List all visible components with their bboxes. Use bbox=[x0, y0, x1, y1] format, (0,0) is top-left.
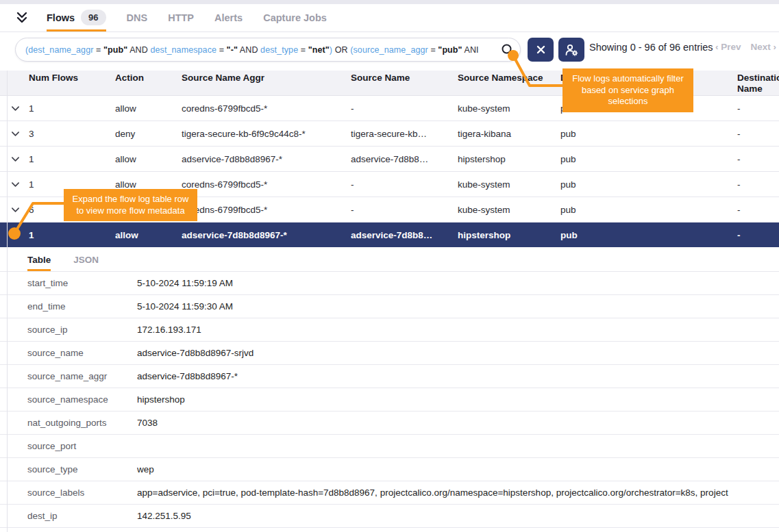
table-row[interactable]: 1allowadservice-7d8b8d8967-*adservice-7d… bbox=[0, 147, 779, 172]
close-icon bbox=[536, 45, 545, 54]
row-expander[interactable] bbox=[0, 129, 29, 138]
query-token: AND bbox=[127, 45, 150, 55]
tab-http-label: HTTP bbox=[168, 12, 194, 23]
cell-num: 1 bbox=[29, 154, 115, 164]
detail-tab-json-label: JSON bbox=[73, 255, 99, 265]
tab-capture-jobs[interactable]: Capture Jobs bbox=[263, 4, 327, 31]
tab-alerts[interactable]: Alerts bbox=[214, 4, 243, 31]
filter-row: (dest_name_aggr = "pub" AND dest_namespa… bbox=[0, 32, 779, 71]
query-token: dest_name_aggr bbox=[28, 45, 93, 55]
tab-dns[interactable]: DNS bbox=[127, 4, 148, 31]
cell-action: allow bbox=[115, 103, 182, 114]
row-expander[interactable] bbox=[0, 180, 29, 189]
column-header-action[interactable]: Action bbox=[115, 71, 182, 84]
prev-page-button[interactable]: ‹ Prev bbox=[715, 42, 741, 52]
column-header-label: Source Name bbox=[351, 73, 410, 83]
query-token: dest_type bbox=[260, 45, 298, 55]
cell-source-namespace: hipstershop bbox=[458, 230, 560, 240]
query-token: "net" bbox=[308, 45, 330, 55]
chevron-down-icon bbox=[11, 104, 20, 113]
tab-alerts-label: Alerts bbox=[214, 12, 243, 23]
column-header-label: Source Namespace bbox=[458, 73, 555, 84]
detail-value: 7038 bbox=[137, 418, 779, 428]
cell-dest-name-aggr: pub bbox=[560, 230, 737, 240]
cell-source-name-aggr: coredns-6799fbcd5-* bbox=[182, 179, 351, 190]
column-header-num-flows[interactable]: Num Flows bbox=[29, 71, 115, 84]
tab-capture-jobs-label: Capture Jobs bbox=[263, 12, 327, 23]
cell-source-name: tigera-secure-kb… bbox=[351, 129, 458, 139]
flow-logs-panel: Flows 96 DNS HTTP Alerts Capture Jobs (d… bbox=[0, 0, 779, 532]
chevron-down-icon bbox=[11, 129, 20, 138]
cell-num: 1 bbox=[29, 230, 115, 240]
detail-row: end_time5-10-2024 11:59:30 AM bbox=[0, 295, 779, 318]
cell-destination-name: - bbox=[737, 129, 779, 139]
detail-row: nat_outgoing_ports7038 bbox=[0, 411, 779, 435]
tab-dns-label: DNS bbox=[127, 12, 148, 23]
detail-value: adservice-7d8b8d8967-srjvd bbox=[137, 348, 779, 358]
pagination: ‹ Prev Next › bbox=[715, 42, 776, 52]
cell-dest-name-aggr: pub bbox=[560, 154, 737, 164]
cell-dest-name-aggr: pub bbox=[560, 179, 737, 190]
detail-value: hipstershop bbox=[137, 394, 779, 405]
chevron-down-icon bbox=[11, 205, 20, 214]
prev-arrow-icon: ‹ bbox=[715, 42, 719, 52]
row-expander[interactable] bbox=[0, 104, 29, 113]
cell-action: allow bbox=[115, 179, 182, 190]
cell-source-namespace: kube-system bbox=[458, 205, 560, 215]
filter-query-input[interactable]: (dest_name_aggr = "pub" AND dest_namespa… bbox=[15, 38, 521, 62]
user-gear-icon bbox=[564, 43, 579, 57]
cell-source-namespace: hipstershop bbox=[458, 154, 560, 164]
flow-rows: 1allowcoredns-6799fbcd5-*-kube-systempub… bbox=[0, 96, 779, 247]
next-page-button[interactable]: Next › bbox=[750, 42, 776, 52]
row-expander[interactable] bbox=[0, 205, 29, 214]
column-header-label: Num Flows bbox=[29, 73, 110, 84]
column-header-label: Source Name Aggr bbox=[182, 73, 264, 83]
detail-key: end_time bbox=[0, 301, 137, 312]
detail-row: source_typewep bbox=[0, 458, 779, 481]
tab-http[interactable]: HTTP bbox=[168, 4, 194, 31]
detail-key: nat_outgoing_ports bbox=[0, 418, 137, 428]
query-token: = bbox=[298, 45, 308, 55]
detail-tab-table[interactable]: Table bbox=[27, 247, 51, 271]
detail-row: source_nameadservice-7d8b8d8967-srjvd bbox=[0, 342, 779, 365]
detail-tab-json[interactable]: JSON bbox=[73, 247, 99, 271]
table-row[interactable]: 1allowadservice-7d8b8d8967-*adservice-7d… bbox=[0, 223, 779, 247]
cell-source-name: - bbox=[351, 205, 458, 215]
detail-value: 142.251.5.95 bbox=[137, 511, 779, 521]
table-row[interactable]: 3denytigera-secure-kb-6f9c9c44c8-*tigera… bbox=[0, 121, 779, 147]
clear-filter-button[interactable] bbox=[528, 38, 554, 62]
detail-key: source_name_aggr bbox=[0, 371, 137, 381]
detail-key: source_port bbox=[0, 441, 137, 451]
cell-dest-name-aggr: pub bbox=[560, 129, 737, 139]
detail-value: 172.16.193.171 bbox=[137, 325, 779, 335]
query-token: dest_namespace bbox=[150, 45, 217, 55]
collapse-panel-button[interactable] bbox=[15, 4, 29, 31]
cell-num: 3 bbox=[29, 129, 115, 139]
query-token: = bbox=[428, 45, 438, 55]
next-arrow-icon: › bbox=[774, 42, 777, 52]
query-text: (dest_name_aggr = "pub" AND dest_namespa… bbox=[16, 45, 520, 55]
row-expander[interactable] bbox=[0, 155, 29, 164]
panel-left-border bbox=[7, 71, 8, 532]
chevron-down-icon bbox=[11, 180, 20, 189]
column-header-source-name-aggr[interactable]: Source Name Aggr bbox=[182, 71, 351, 84]
search-icon[interactable] bbox=[500, 42, 515, 60]
query-token: OR bbox=[332, 45, 350, 55]
row-expander[interactable] bbox=[0, 231, 29, 240]
double-chevron-down-icon bbox=[15, 11, 29, 25]
cell-destination-name: - bbox=[737, 103, 779, 114]
column-header-source-namespace[interactable]: Source Namespace bbox=[458, 71, 560, 84]
detail-key: source_name bbox=[0, 348, 137, 358]
cell-source-name-aggr: coredns-6799fbcd5-* bbox=[182, 205, 351, 215]
tooltip-filter-annotation: Flow logs automatically filter based on … bbox=[562, 68, 693, 112]
flow-detail-tabs: Table JSON bbox=[0, 247, 779, 272]
detail-value: adservice-7d8b8d8967-* bbox=[137, 371, 779, 381]
detail-value: app=adservice, pci=true, pod-template-ha… bbox=[137, 487, 779, 498]
tab-flows[interactable]: Flows 96 bbox=[47, 4, 106, 31]
column-header-destination-name[interactable]: Destination Name bbox=[737, 71, 779, 94]
showing-entries-text: Showing 0 - 96 of 96 entries bbox=[589, 42, 713, 53]
cell-source-namespace: kube-system bbox=[458, 103, 560, 114]
user-settings-button[interactable] bbox=[558, 38, 584, 62]
detail-row: source_labelsapp=adservice, pci=true, po… bbox=[0, 481, 779, 505]
column-header-source-name[interactable]: Source Name bbox=[351, 71, 458, 84]
